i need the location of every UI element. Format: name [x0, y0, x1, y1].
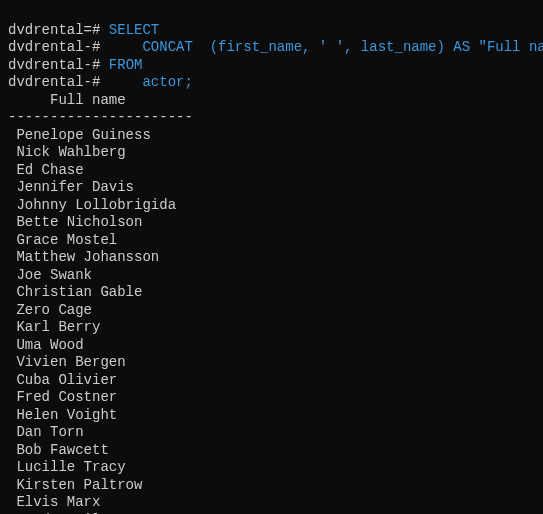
sql-text: CONCAT (first_name, ' ', last_name) AS "…: [109, 39, 543, 55]
result-row: Elvis Marx: [8, 494, 535, 512]
result-row: Kirsten Paltrow: [8, 477, 535, 495]
query-line: dvdrental-# CONCAT (first_name, ' ', las…: [8, 39, 535, 57]
psql-prompt: dvdrental=#: [8, 22, 109, 38]
result-row: Uma Wood: [8, 337, 535, 355]
result-row: Ed Chase: [8, 162, 535, 180]
result-row: Jennifer Davis: [8, 179, 535, 197]
query-line: dvdrental-# FROM: [8, 57, 535, 75]
result-row: Cuba Olivier: [8, 372, 535, 390]
result-row: Dan Torn: [8, 424, 535, 442]
query-line: dvdrental-# actor;: [8, 74, 535, 92]
result-row: Bob Fawcett: [8, 442, 535, 460]
sql-text: FROM: [109, 57, 143, 73]
result-row: Vivien Bergen: [8, 354, 535, 372]
result-row: Karl Berry: [8, 319, 535, 337]
result-row: Penelope Guiness: [8, 127, 535, 145]
query-line: dvdrental=# SELECT: [8, 22, 535, 40]
result-row: Christian Gable: [8, 284, 535, 302]
result-row: Joe Swank: [8, 267, 535, 285]
terminal-output: dvdrental=# SELECTdvdrental-# CONCAT (fi…: [8, 22, 535, 515]
result-row: Fred Costner: [8, 389, 535, 407]
psql-prompt: dvdrental-#: [8, 57, 109, 73]
sql-text: actor;: [109, 74, 193, 90]
result-row: Zero Cage: [8, 302, 535, 320]
result-row: Grace Mostel: [8, 232, 535, 250]
sql-text: SELECT: [109, 22, 159, 38]
result-row: Johnny Lollobrigida: [8, 197, 535, 215]
psql-prompt: dvdrental-#: [8, 74, 109, 90]
header-separator: ----------------------: [8, 109, 535, 127]
result-row: Lucille Tracy: [8, 459, 535, 477]
result-row: Helen Voight: [8, 407, 535, 425]
psql-prompt: dvdrental-#: [8, 39, 109, 55]
result-row: Matthew Johansson: [8, 249, 535, 267]
result-row: Bette Nicholson: [8, 214, 535, 232]
result-row: Nick Wahlberg: [8, 144, 535, 162]
column-header: Full name: [8, 92, 535, 110]
